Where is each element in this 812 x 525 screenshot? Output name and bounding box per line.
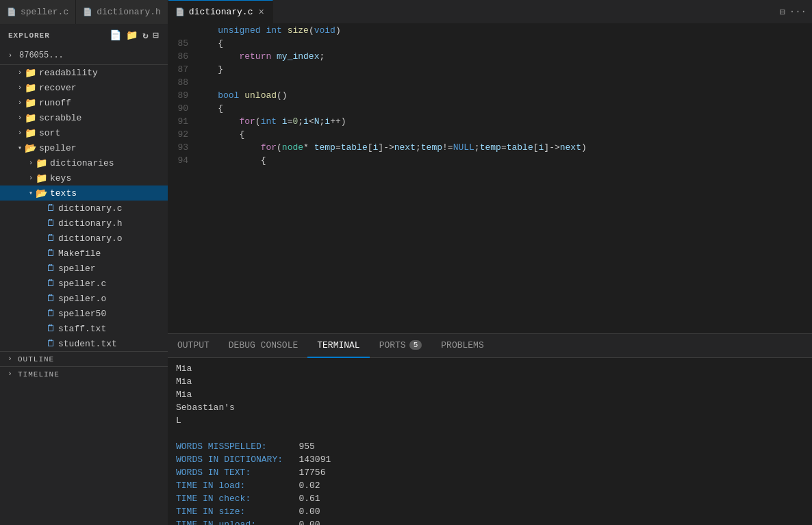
sidebar-item-student-txt[interactable]: 🗒 student.txt: [0, 336, 168, 351]
more-actions-icon[interactable]: ···: [789, 6, 807, 17]
file-icon-speller50: 🗒: [47, 309, 55, 319]
sidebar-item-readability[interactable]: 📁 readability: [0, 65, 168, 80]
folder-icon-speller: 📂: [25, 142, 36, 154]
file-icon-dictionary-c: 📄: [175, 8, 185, 16]
arrow-dictionaries: [26, 159, 36, 167]
sidebar-item-dictionary-c[interactable]: 🗒 dictionary.c: [0, 201, 168, 216]
sidebar-item-recover[interactable]: 📁 recover: [0, 80, 168, 95]
tab-label-dictionary-h: dictionary.h: [97, 7, 161, 17]
label-speller-bin: speller: [58, 264, 96, 274]
label-student-txt: student.txt: [58, 339, 117, 349]
file-icon-speller-c-item: 🗒: [47, 279, 55, 289]
code-line-86: 86 return my_index;: [168, 50, 812, 63]
arrow-timeline: [5, 370, 15, 378]
terminal-line-words-misspelled: WORDS MISSPELLED: 955: [176, 440, 804, 453]
terminal-line-5: L: [176, 414, 804, 427]
sidebar-item-keys[interactable]: 📁 keys: [0, 170, 168, 185]
collapse-all-icon[interactable]: ⊟: [153, 29, 160, 41]
tab-output-label: OUTPUT: [177, 340, 210, 350]
arrow-texts: [26, 189, 36, 197]
editor-area: unsigned int size(void) 85 { 86 return m…: [168, 24, 812, 525]
sidebar-item-sort[interactable]: 📁 sort: [0, 125, 168, 140]
workspace-row[interactable]: 876055...: [0, 47, 168, 65]
close-icon[interactable]: ×: [257, 5, 265, 19]
label-speller-o: speller.o: [58, 294, 106, 304]
tab-output[interactable]: OUTPUT: [168, 334, 219, 358]
sidebar-item-dictionaries[interactable]: 📁 dictionaries: [0, 155, 168, 170]
label-readability: readability: [39, 68, 98, 78]
label-makefile: Makefile: [58, 248, 101, 259]
code-line-90: 90 {: [168, 102, 812, 115]
label-scrabble: scrabble: [39, 113, 81, 123]
sidebar-item-makefile[interactable]: 🗒 Makefile: [0, 246, 168, 261]
arrow-readability: [15, 69, 25, 77]
arrow-outline: [5, 355, 15, 363]
split-editor-icon[interactable]: ⊟: [779, 6, 785, 18]
file-icon-speller-o: 🗒: [47, 294, 55, 304]
tab-dictionary-c[interactable]: 📄 dictionary.c ×: [168, 0, 273, 24]
arrow-keys: [26, 175, 36, 182]
sidebar-item-speller-c[interactable]: 🗒 speller.c: [0, 276, 168, 291]
file-icon-staff-txt: 🗒: [47, 324, 55, 334]
file-icon-speller-bin: 🗒: [47, 264, 55, 274]
panel: OUTPUT DEBUG CONSOLE TERMINAL PORTS 5 PR…: [168, 333, 812, 525]
folder-icon-texts: 📂: [36, 188, 47, 199]
label-dictionaries: dictionaries: [50, 158, 114, 168]
outline-section[interactable]: OUTLINE: [0, 351, 168, 366]
label-sort: sort: [39, 128, 60, 138]
code-line-89: 89 bool unload(): [168, 89, 812, 102]
folder-icon-sort: 📁: [25, 127, 36, 139]
sidebar-item-texts[interactable]: 📂 texts: [0, 185, 168, 201]
timeline-section[interactable]: TIMELINE: [0, 366, 168, 381]
code-editor[interactable]: unsigned int size(void) 85 { 86 return m…: [168, 24, 812, 333]
file-icon-makefile: 🗒: [47, 248, 55, 259]
ports-badge: 5: [409, 340, 422, 350]
file-icon-dictionary-h: 📄: [83, 8, 92, 16]
outline-label: OUTLINE: [18, 355, 54, 363]
code-line-85: 85 {: [168, 37, 812, 50]
code-line-84: unsigned int size(void): [168, 24, 812, 37]
new-file-icon[interactable]: 📄: [110, 29, 122, 41]
sidebar-item-staff-txt[interactable]: 🗒 staff.txt: [0, 321, 168, 336]
code-line-87: 87 }: [168, 63, 812, 76]
sidebar-header: EXPLORER 📄 📁 ↻ ⊟: [0, 24, 168, 47]
label-runoff: runoff: [39, 98, 71, 108]
file-icon-dictionary-o: 🗒: [47, 233, 55, 244]
terminal-line-time-load: TIME IN load: 0.02: [176, 479, 804, 492]
label-dictionary-o: dictionary.o: [58, 233, 123, 244]
explorer-title: EXPLORER: [8, 31, 50, 40]
sidebar-item-speller-o[interactable]: 🗒 speller.o: [0, 291, 168, 306]
tab-terminal[interactable]: TERMINAL: [307, 334, 369, 358]
code-line-93: 93 for(node* temp=table[i]->next;temp!=N…: [168, 141, 812, 154]
timeline-label: TIMELINE: [18, 370, 60, 379]
terminal-content[interactable]: Mia Mia Mia Sebastian's L WORDS MISSPELL…: [168, 358, 812, 525]
terminal-line-words-in-dictionary: WORDS IN DICTIONARY: 143091: [176, 453, 804, 466]
code-line-94: 94 {: [168, 154, 812, 167]
tab-label-speller-c: speller.c: [21, 7, 68, 17]
tab-debug-console[interactable]: DEBUG CONSOLE: [219, 334, 307, 358]
sidebar-item-dictionary-h[interactable]: 🗒 dictionary.h: [0, 216, 168, 231]
sidebar-item-runoff[interactable]: 📁 runoff: [0, 95, 168, 110]
label-staff-txt: staff.txt: [58, 324, 106, 334]
new-folder-icon[interactable]: 📁: [126, 29, 138, 41]
terminal-line-4: Sebastian's: [176, 401, 804, 414]
tab-dictionary-h[interactable]: 📄 dictionary.h: [76, 0, 168, 24]
terminal-line-2: Mia: [176, 375, 804, 388]
workspace-name: 876055...: [19, 51, 64, 60]
tab-ports[interactable]: PORTS 5: [370, 334, 432, 358]
sidebar-item-scrabble[interactable]: 📁 scrabble: [0, 110, 168, 125]
sidebar: EXPLORER 📄 📁 ↻ ⊟ 876055... 📁 readability…: [0, 24, 168, 525]
folder-icon-scrabble: 📁: [25, 112, 36, 124]
terminal-line-3: Mia: [176, 388, 804, 401]
sidebar-item-speller[interactable]: 📂 speller: [0, 140, 168, 155]
sidebar-item-dictionary-o[interactable]: 🗒 dictionary.o: [0, 231, 168, 246]
tab-problems-label: PROBLEMS: [441, 340, 483, 350]
folder-icon-readability: 📁: [25, 67, 36, 79]
tab-problems[interactable]: PROBLEMS: [431, 334, 493, 358]
tab-speller-c[interactable]: 📄 speller.c: [0, 0, 76, 24]
sidebar-item-speller-bin[interactable]: 🗒 speller: [0, 261, 168, 276]
terminal-line-words-in-text: WORDS IN TEXT: 17756: [176, 466, 804, 479]
refresh-icon[interactable]: ↻: [142, 29, 149, 41]
arrow-runoff: [15, 99, 25, 107]
sidebar-item-speller50[interactable]: 🗒 speller50: [0, 306, 168, 321]
